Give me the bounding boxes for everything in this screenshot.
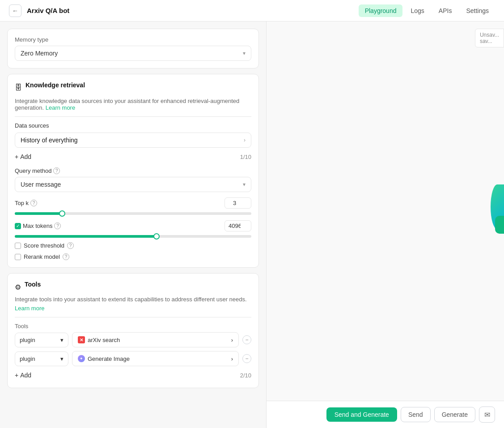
query-method-value: User message — [21, 181, 61, 188]
max-tokens-checkbox[interactable]: ✓ — [15, 223, 21, 229]
right-panel: Unsav...sav... Send and Generate Send Ge… — [267, 21, 504, 428]
query-method-section: Query method ? User message ▾ — [15, 167, 251, 192]
knowledge-divider — [15, 116, 251, 117]
knowledge-title: Knowledge retrieval — [25, 81, 85, 89]
tool-name-left-2: ✦ Generate Image — [78, 355, 130, 362]
chevron-down-icon: ▾ — [243, 181, 246, 188]
attachment-icon: ✉ — [484, 411, 490, 419]
score-threshold-checkbox[interactable] — [15, 243, 21, 249]
chevron-down-icon: ▾ — [60, 355, 64, 362]
right-panel-content: Unsav...sav... — [267, 21, 504, 401]
knowledge-learn-more-link[interactable]: Learn more — [46, 104, 75, 111]
nav-logs[interactable]: Logs — [404, 4, 430, 17]
nav-settings[interactable]: Settings — [460, 4, 495, 17]
top-k-label: Top k ? — [15, 200, 37, 206]
tools-learn-more-link[interactable]: Learn more — [15, 305, 44, 312]
back-icon: ← — [12, 7, 18, 14]
data-source-item[interactable]: History of everything › — [15, 133, 251, 148]
tools-divider — [15, 317, 251, 317]
data-source-count: 1/10 — [240, 154, 251, 160]
memory-type-dropdown[interactable]: Zero Memory ▾ — [15, 46, 251, 61]
arxiv-icon: ✕ — [78, 336, 85, 343]
tools-desc: Integrate tools into your assistant to e… — [15, 296, 251, 303]
memory-type-label: Memory type — [15, 36, 251, 43]
green-dot — [495, 216, 504, 234]
add-tool-button[interactable]: + Add — [15, 372, 31, 379]
tools-title: Tools — [25, 281, 41, 288]
query-method-dropdown[interactable]: User message ▾ — [15, 177, 251, 192]
app-title: Arxiv Q/A bot — [27, 7, 69, 14]
tool-row-1: plugin ▾ ✕ arXiv search › − — [15, 332, 251, 347]
max-tokens-input[interactable] — [224, 220, 251, 231]
query-method-label: Query method ? — [15, 167, 251, 174]
tool-row-2: plugin ▾ ✦ Generate Image › − — [15, 351, 251, 366]
knowledge-desc: Integrate knowledge data sources into yo… — [15, 98, 251, 111]
nav-playground[interactable]: Playground — [359, 4, 403, 17]
tools-icon: ⚙ — [15, 283, 21, 291]
plus-icon: + — [15, 372, 18, 379]
tool-type-select-2[interactable]: plugin ▾ — [15, 351, 68, 366]
chevron-right-icon: › — [231, 337, 233, 343]
max-tokens-label: ✓ Max tokens ? — [15, 223, 61, 229]
top-k-section: Top k ? — [15, 197, 251, 215]
app-container: ← Arxiv Q/A bot Playground Logs APIs Set… — [0, 0, 504, 428]
rerank-model-help-icon[interactable]: ? — [63, 253, 69, 260]
top-k-label-row: Top k ? — [15, 197, 251, 209]
max-tokens-section: ✓ Max tokens ? — [15, 220, 251, 238]
rerank-model-checkbox[interactable] — [15, 254, 21, 260]
chevron-right-icon: › — [231, 355, 233, 362]
tool-type-select-1[interactable]: plugin ▾ — [15, 333, 68, 347]
rerank-model-label: Rerank model ? — [15, 253, 69, 260]
send-and-generate-button[interactable]: Send and Generate — [326, 407, 397, 422]
deco-element — [486, 184, 504, 238]
score-threshold-label: Score threshold ? — [15, 242, 74, 249]
left-panel: Memory type Zero Memory ▾ 🗄 Knowledge re… — [0, 21, 267, 428]
tools-label: Tools — [15, 323, 251, 330]
add-data-source-row: + Add 1/10 — [15, 151, 251, 162]
query-method-help-icon[interactable]: ? — [53, 167, 60, 174]
main-layout: Memory type Zero Memory ▾ 🗄 Knowledge re… — [0, 21, 504, 428]
memory-type-value: Zero Memory — [21, 50, 58, 57]
unsaved-badge: Unsav...sav... — [475, 29, 504, 47]
tools-card: ⚙ Tools Integrate tools into your assist… — [7, 273, 259, 388]
remove-tool-1-button[interactable]: − — [242, 335, 251, 344]
tool-name-item-1[interactable]: ✕ arXiv search › — [72, 332, 239, 347]
tools-section-header: ⚙ Tools — [15, 281, 251, 293]
unsaved-text: Unsav...sav... — [480, 32, 499, 44]
top-k-help-icon[interactable]: ? — [30, 200, 37, 206]
send-button[interactable]: Send — [401, 407, 431, 422]
header-nav: Playground Logs APIs Settings — [359, 4, 495, 17]
top-k-slider-thumb — [59, 210, 65, 217]
knowledge-icon: 🗄 — [15, 84, 22, 92]
max-tokens-help-icon[interactable]: ? — [54, 223, 61, 229]
bottom-action-bar: Send and Generate Send Generate ✉ — [267, 401, 504, 428]
plus-icon: + — [15, 153, 18, 160]
header-left: ← Arxiv Q/A bot — [9, 4, 69, 17]
add-data-source-button[interactable]: + Add — [15, 153, 31, 160]
score-threshold-help-icon[interactable]: ? — [67, 242, 74, 249]
knowledge-section-header: 🗄 Knowledge retrieval — [15, 81, 251, 94]
max-tokens-slider-track[interactable] — [15, 235, 251, 238]
tools-count: 2/10 — [240, 372, 251, 379]
max-tokens-slider-thumb — [153, 233, 160, 240]
attachment-button[interactable]: ✉ — [479, 407, 495, 423]
tool-name-item-2[interactable]: ✦ Generate Image › — [72, 351, 239, 366]
max-tokens-label-row: ✓ Max tokens ? — [15, 220, 251, 231]
score-threshold-row: Score threshold ? — [15, 242, 251, 249]
top-k-slider-track[interactable] — [15, 212, 251, 215]
data-source-name: History of everything — [21, 137, 78, 144]
top-k-input[interactable] — [224, 197, 251, 209]
tool-name-left-1: ✕ arXiv search — [78, 336, 120, 343]
chevron-down-icon: ▾ — [243, 50, 246, 56]
remove-tool-2-button[interactable]: − — [242, 354, 251, 363]
max-tokens-slider-fill — [15, 235, 157, 238]
generate-image-icon: ✦ — [78, 355, 85, 362]
rerank-model-row: Rerank model ? — [15, 253, 251, 260]
header: ← Arxiv Q/A bot Playground Logs APIs Set… — [0, 0, 504, 21]
nav-apis[interactable]: APIs — [432, 4, 458, 17]
back-button[interactable]: ← — [9, 4, 21, 17]
chevron-right-icon: › — [244, 137, 246, 143]
generate-button[interactable]: Generate — [434, 407, 475, 422]
add-tool-row: + Add 2/10 — [15, 370, 251, 381]
top-k-slider-fill — [15, 212, 62, 215]
